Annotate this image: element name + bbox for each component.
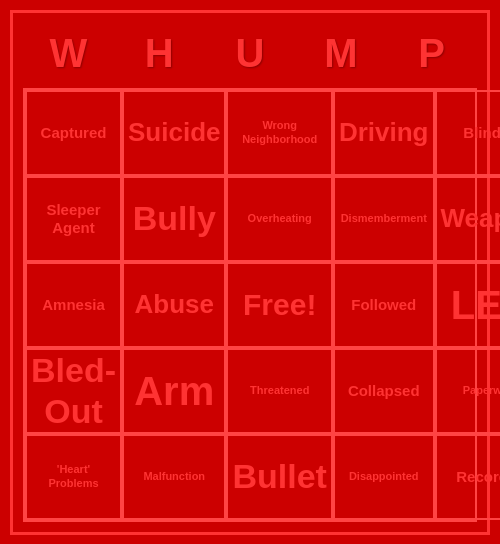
bingo-cell-r1-c4[interactable]: Weapon <box>435 176 500 262</box>
bingo-cell-r4-c2[interactable]: Bullet <box>226 434 332 520</box>
bingo-header: WHUMP <box>23 23 477 84</box>
bingo-cell-r0-c3[interactable]: Driving <box>333 90 435 176</box>
bingo-cell-r4-c3[interactable]: Disappointed <box>333 434 435 520</box>
bingo-cell-r4-c1[interactable]: Malfunction <box>122 434 226 520</box>
header-letter-u: U <box>205 23 296 84</box>
bingo-cell-r3-c0[interactable]: Bled-Out <box>25 348 122 434</box>
bingo-cell-r3-c2[interactable]: Threatened <box>226 348 332 434</box>
bingo-card: WHUMP CapturedSuicideWrong NeighborhoodD… <box>10 10 490 535</box>
bingo-cell-r3-c1[interactable]: Arm <box>122 348 226 434</box>
bingo-cell-r0-c0[interactable]: Captured <box>25 90 122 176</box>
bingo-cell-r3-c4[interactable]: Paperwork <box>435 348 500 434</box>
bingo-cell-r1-c3[interactable]: Dismemberment <box>333 176 435 262</box>
header-letter-h: H <box>114 23 205 84</box>
bingo-cell-r1-c1[interactable]: Bully <box>122 176 226 262</box>
bingo-cell-r4-c4[interactable]: Recorded <box>435 434 500 520</box>
bingo-cell-r0-c2[interactable]: Wrong Neighborhood <box>226 90 332 176</box>
bingo-cell-r3-c3[interactable]: Collapsed <box>333 348 435 434</box>
header-letter-m: M <box>295 23 386 84</box>
bingo-cell-r0-c1[interactable]: Suicide <box>122 90 226 176</box>
bingo-cell-r4-c0[interactable]: 'Heart' Problems <box>25 434 122 520</box>
bingo-cell-r1-c0[interactable]: Sleeper Agent <box>25 176 122 262</box>
header-letter-w: W <box>23 23 114 84</box>
header-letter-p: P <box>386 23 477 84</box>
bingo-cell-r1-c2[interactable]: Overheating <box>226 176 332 262</box>
bingo-cell-r2-c4[interactable]: LED <box>435 262 500 348</box>
bingo-cell-r2-c3[interactable]: Followed <box>333 262 435 348</box>
bingo-cell-r0-c4[interactable]: Blinded <box>435 90 500 176</box>
bingo-cell-r2-c0[interactable]: Amnesia <box>25 262 122 348</box>
bingo-cell-r2-c1[interactable]: Abuse <box>122 262 226 348</box>
bingo-grid: CapturedSuicideWrong NeighborhoodDriving… <box>23 88 477 522</box>
bingo-cell-r2-c2[interactable]: Free! <box>226 262 332 348</box>
